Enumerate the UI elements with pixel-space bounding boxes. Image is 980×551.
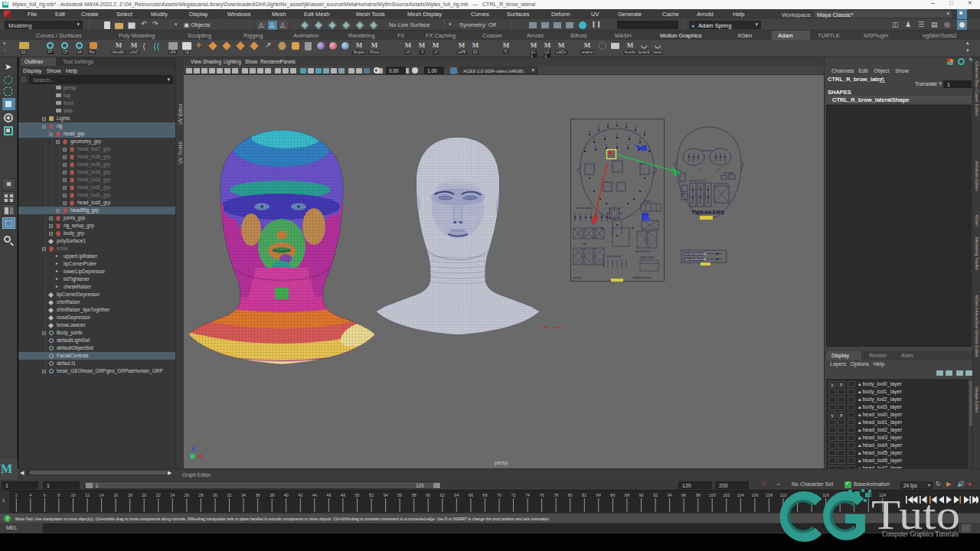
svg-text:lips width: lips width [724, 171, 733, 174]
svg-text:104: 104 [737, 493, 744, 497]
svg-text:96: 96 [681, 493, 686, 497]
svg-text:36: 36 [256, 493, 260, 497]
svg-text:44: 44 [312, 493, 317, 497]
svg-text:68: 68 [482, 493, 487, 497]
svg-text:10: 10 [70, 493, 75, 497]
svg-text:30: 30 [213, 493, 217, 497]
svg-text:78: 78 [554, 493, 558, 497]
svg-text:addblendshapes: addblendshapes [632, 276, 652, 279]
svg-text:TWEAKERS: TWEAKERS [691, 209, 724, 216]
svg-text:108: 108 [766, 493, 773, 497]
svg-text:50: 50 [354, 493, 359, 497]
svg-text:92: 92 [653, 493, 658, 497]
svg-text:66: 66 [469, 493, 473, 497]
svg-text:60: 60 [426, 493, 430, 497]
svg-text:24: 24 [170, 493, 175, 497]
svg-text:54: 54 [384, 493, 388, 497]
svg-text:ear: ear [678, 169, 681, 172]
svg-text:102: 102 [723, 493, 730, 497]
svg-text:42: 42 [298, 493, 302, 497]
svg-text:64: 64 [454, 493, 459, 497]
svg-text:SWITCHES: SWITCHES [640, 256, 655, 259]
svg-text:34: 34 [241, 493, 246, 497]
svg-text:52: 52 [369, 493, 374, 497]
svg-text:16: 16 [113, 493, 118, 497]
svg-text:20: 20 [142, 493, 146, 497]
svg-text:mouth sticky: mouth sticky [576, 206, 593, 210]
svg-text:28: 28 [198, 493, 203, 497]
svg-text:98: 98 [696, 493, 701, 497]
svg-text:neck stretch: neck stretch [606, 255, 621, 258]
svg-text:face mouth: face mouth [701, 149, 713, 152]
svg-text:100: 100 [709, 493, 716, 497]
svg-text:90: 90 [639, 493, 643, 497]
svg-text:82: 82 [582, 493, 586, 497]
svg-text:58: 58 [412, 493, 416, 497]
svg-text:18: 18 [128, 493, 132, 497]
svg-text:74: 74 [525, 493, 530, 497]
svg-text:40: 40 [284, 493, 289, 497]
svg-text:2: 2 [15, 493, 18, 497]
svg-text:70: 70 [497, 493, 501, 497]
svg-text:22: 22 [156, 493, 161, 497]
svg-text:12: 12 [85, 493, 90, 497]
svg-text:14: 14 [100, 493, 104, 497]
svg-text:26: 26 [185, 493, 189, 497]
svg-text:84: 84 [596, 493, 601, 497]
svg-text:tongue: tongue [643, 200, 652, 203]
svg-text:56: 56 [397, 493, 402, 497]
svg-text:48: 48 [341, 493, 345, 497]
svg-text:38: 38 [270, 493, 274, 497]
svg-text:retractor aim GUI: retractor aim GUI [689, 179, 706, 182]
svg-text:rig login: rig login [573, 276, 582, 279]
svg-text:86: 86 [610, 493, 615, 497]
svg-text:76: 76 [540, 493, 544, 497]
svg-text:106: 106 [751, 493, 758, 497]
svg-text:4: 4 [29, 493, 31, 497]
svg-text:88: 88 [625, 493, 629, 497]
svg-text:32: 32 [227, 493, 231, 497]
svg-text:80: 80 [568, 493, 573, 497]
svg-text:72: 72 [511, 493, 515, 497]
svg-text:94: 94 [668, 493, 672, 497]
svg-text:6: 6 [44, 493, 46, 497]
svg-text:CH: CH [582, 242, 586, 246]
svg-text:eyes aim follow head: eyes aim follow head [684, 258, 706, 261]
svg-text:face mouth aim: face mouth aim [714, 182, 729, 185]
svg-text:face GUI follow head: face GUI follow head [684, 253, 706, 256]
svg-text:46: 46 [326, 493, 331, 497]
svg-text:MOUTH GUI: MOUTH GUI [635, 250, 651, 253]
svg-text:62: 62 [440, 493, 445, 497]
svg-text:Computer Graphics Tutorials: Computer Graphics Tutorials [882, 529, 959, 538]
svg-text:8: 8 [57, 493, 60, 497]
